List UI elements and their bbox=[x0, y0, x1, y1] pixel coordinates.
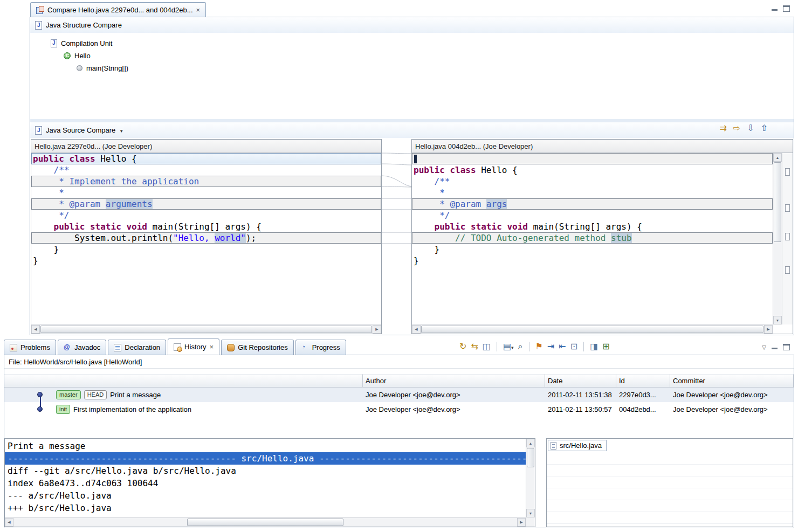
maximize-icon[interactable] bbox=[783, 344, 790, 350]
dropdown-arrow-icon[interactable] bbox=[511, 342, 514, 351]
tab-problems[interactable]: Problems bbox=[4, 340, 56, 355]
scroll-left-icon[interactable] bbox=[412, 325, 421, 334]
right-code[interactable]: public class Hello { /** * * @param args… bbox=[412, 153, 773, 324]
code-line: public class Hello { bbox=[412, 164, 773, 176]
commit-message-panel[interactable]: Print a message-------------------------… bbox=[4, 438, 535, 527]
file-name: src/Hello.java bbox=[560, 441, 602, 450]
compare-panes: Hello.java 2297e0d... (Joe Developer) pu… bbox=[30, 138, 794, 335]
tab-declaration[interactable]: Declaration bbox=[108, 340, 166, 355]
author-cell: Joe Developer <joe@dev.org> bbox=[363, 402, 545, 417]
right-pane-body: public class Hello { /** * * @param args… bbox=[412, 153, 793, 324]
scroll-right-icon[interactable] bbox=[373, 325, 381, 334]
tab-git-repositories[interactable]: Git Repositories bbox=[221, 340, 293, 355]
overview-change-marker[interactable] bbox=[785, 233, 790, 240]
column-header-id[interactable]: Id bbox=[616, 374, 670, 388]
commit-message: First implementation of the application bbox=[73, 405, 191, 413]
scroll-down-icon[interactable] bbox=[773, 316, 782, 324]
code-line: * bbox=[412, 187, 773, 198]
committer-cell: Joe Developer <joe@dev.org> bbox=[670, 402, 794, 417]
tab-label: Progress bbox=[312, 343, 340, 351]
overview-change-marker[interactable] bbox=[785, 168, 790, 176]
java-structure-compare-icon bbox=[35, 21, 42, 30]
history-file-label: File: HelloWorld/src/Hello.java [HelloWo… bbox=[4, 355, 794, 369]
compare-mode-icon[interactable]: ◫ bbox=[483, 342, 491, 351]
ref-badge: HEAD bbox=[84, 390, 107, 399]
changed-file-item[interactable]: src/Hello.java bbox=[548, 440, 607, 451]
source-compare-menu-icon[interactable] bbox=[119, 126, 123, 134]
javadoc-icon bbox=[64, 344, 71, 351]
scrollbar-thumb[interactable] bbox=[527, 448, 534, 467]
right-pane-header: Hello.java 004d2eb... (Joe Developer) bbox=[412, 140, 793, 153]
tree-item[interactable]: Compilation Unit bbox=[30, 37, 794, 50]
panel-splitter[interactable] bbox=[535, 438, 546, 527]
scrollbar-corner bbox=[526, 517, 535, 527]
compare-versions-icon[interactable]: ⇆ bbox=[471, 342, 478, 351]
bottom-view: ProblemsJavadocDeclarationHistoryGit Rep… bbox=[4, 338, 794, 528]
group-by-icon[interactable]: ▤ bbox=[503, 342, 514, 351]
source-compare-section: Java Source Compare ⇉⇨⇩⇧ Hello.java 2297… bbox=[30, 122, 794, 335]
scrollbar-thumb[interactable] bbox=[774, 162, 781, 242]
column-header-author[interactable]: Author bbox=[363, 374, 545, 388]
scroll-right-icon[interactable] bbox=[517, 518, 526, 527]
code-line: */ bbox=[31, 210, 381, 221]
scroll-up-icon[interactable] bbox=[773, 153, 782, 162]
tab-progress[interactable]: Progress bbox=[295, 340, 346, 355]
date-cell: 2011-02-11 13:50:57 bbox=[545, 402, 616, 417]
column-header-date[interactable]: Date bbox=[545, 374, 616, 388]
link-with-editor-icon[interactable]: ⊡ bbox=[570, 342, 577, 351]
commit-row[interactable]: masterHEADPrint a messageJoe Developer <… bbox=[4, 388, 794, 402]
copy-change-left-to-right-icon[interactable]: ⇨ bbox=[733, 124, 740, 133]
close-icon[interactable] bbox=[196, 6, 201, 14]
scroll-right-icon[interactable] bbox=[764, 325, 773, 334]
commit-horizontal-scrollbar[interactable] bbox=[5, 517, 526, 527]
overview-change-marker[interactable] bbox=[785, 204, 790, 212]
scrollbar-thumb[interactable] bbox=[40, 326, 372, 333]
commit-vertical-scrollbar[interactable] bbox=[526, 439, 535, 517]
code-line: * @param arguments bbox=[31, 198, 381, 210]
scrollbar-thumb[interactable] bbox=[187, 519, 343, 526]
column-header-committer[interactable]: Committer bbox=[670, 374, 794, 388]
view-menu-icon[interactable] bbox=[762, 343, 766, 351]
column-header-graph[interactable] bbox=[4, 374, 363, 388]
show-comment-viewer-icon[interactable]: ◨ bbox=[590, 342, 598, 351]
problems-icon bbox=[10, 344, 17, 351]
overview-change-marker[interactable] bbox=[785, 266, 790, 274]
editor-tab[interactable]: Compare Hello.java 2297e0d... and 004d2e… bbox=[30, 2, 206, 17]
next-change-icon[interactable]: ⇩ bbox=[747, 124, 754, 133]
code-line: * Implement the application bbox=[31, 176, 381, 187]
previous-change-icon[interactable]: ⇧ bbox=[761, 124, 768, 133]
filter-resource-icon[interactable]: ⇥ bbox=[547, 342, 554, 351]
copy-all-left-to-right-icon[interactable]: ⇉ bbox=[719, 124, 726, 133]
scroll-left-icon[interactable] bbox=[31, 325, 40, 334]
scroll-left-icon[interactable] bbox=[5, 518, 13, 527]
tree-item[interactable]: Hello bbox=[30, 50, 794, 62]
close-icon[interactable] bbox=[210, 343, 214, 351]
scroll-up-icon[interactable] bbox=[526, 439, 535, 447]
tab-history[interactable]: History bbox=[168, 338, 219, 355]
file-icon bbox=[551, 442, 556, 450]
right-vertical-scrollbar[interactable] bbox=[773, 153, 782, 324]
diff-line: +++ b/src/Hello.java bbox=[5, 502, 526, 514]
tree-item[interactable]: main(String[]) bbox=[30, 62, 794, 74]
empty-rows bbox=[547, 453, 793, 527]
maximize-icon[interactable] bbox=[783, 5, 790, 12]
minimize-icon[interactable] bbox=[771, 5, 778, 12]
structure-tree: Compilation UnitHellomain(String[]) bbox=[30, 33, 794, 119]
tab-javadoc[interactable]: Javadoc bbox=[58, 340, 106, 355]
refresh-icon[interactable]: ↻ bbox=[459, 342, 466, 351]
commit-message: Print a message bbox=[110, 391, 161, 399]
scrollbar-thumb[interactable] bbox=[421, 326, 763, 333]
scroll-down-icon[interactable] bbox=[526, 509, 535, 517]
commit-row[interactable]: initFirst implementation of the applicat… bbox=[4, 402, 794, 417]
code-line: } bbox=[412, 255, 773, 266]
structure-compare-title: Java Structure Compare bbox=[46, 21, 122, 29]
left-horizontal-scrollbar[interactable] bbox=[31, 324, 381, 334]
right-horizontal-scrollbar[interactable] bbox=[412, 324, 773, 334]
left-code[interactable]: public class Hello { /** * Implement the… bbox=[31, 153, 381, 324]
pin-icon[interactable]: ⚑ bbox=[535, 342, 543, 351]
search-icon[interactable]: ⌕ bbox=[518, 342, 523, 351]
overview-ruler[interactable] bbox=[782, 153, 793, 324]
show-revision-details-icon[interactable]: ⊞ bbox=[602, 342, 609, 351]
minimize-icon[interactable] bbox=[771, 344, 778, 350]
filter-project-icon[interactable]: ⇤ bbox=[559, 342, 566, 351]
